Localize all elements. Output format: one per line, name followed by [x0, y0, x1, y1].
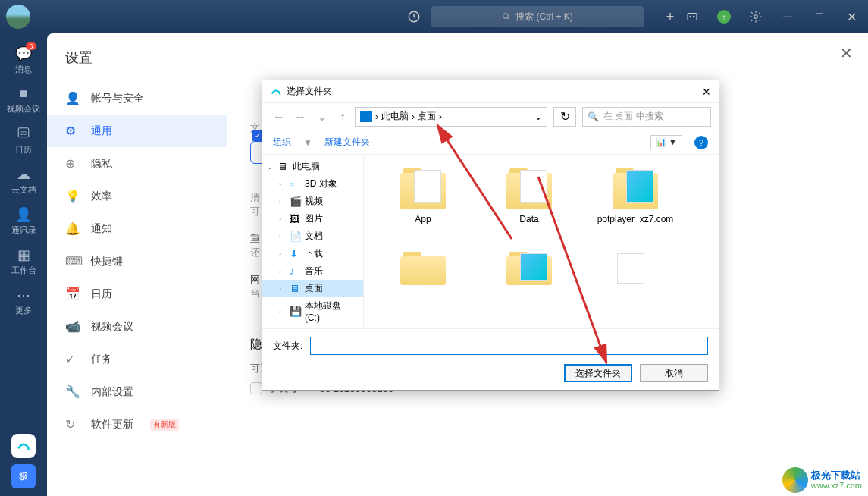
close-icon[interactable]: ✕ — [841, 6, 862, 27]
view-button[interactable]: 📊 ▼ — [650, 135, 682, 149]
nav-internal[interactable]: 🔧内部设置 — [47, 375, 227, 408]
nav-shortcut[interactable]: ⌨快捷键 — [47, 245, 227, 278]
avatar[interactable] — [6, 5, 30, 29]
dropdown-icon[interactable]: ⌄ — [312, 108, 331, 126]
maximize-icon[interactable]: □ — [809, 6, 830, 27]
nav-meeting[interactable]: 📹视频会议 — [47, 310, 227, 343]
nav-general[interactable]: ⚙通用 — [47, 115, 227, 147]
chevron-down-icon[interactable]: ⌄ — [534, 111, 542, 122]
nav-privacy[interactable]: ⊕隐私 — [47, 147, 227, 180]
folder-tree: ⌄🖥此电脑 ›▫3D 对象 ›🎬视频 ›🖼图片 ›📄文档 ›⬇下载 ›♪音乐 ›… — [262, 155, 364, 328]
refresh-icon[interactable]: ↻ — [553, 107, 576, 127]
grid-icon: ▦ — [17, 246, 30, 263]
robot-icon[interactable] — [682, 6, 703, 27]
tree-disk-c[interactable]: ›💾本地磁盘 (C:) — [262, 297, 363, 325]
rail-contacts[interactable]: 👤 通讯录 — [0, 202, 47, 240]
tree-image[interactable]: ›🖼图片 — [262, 210, 363, 228]
dialog-titlebar: 选择文件夹 ✕ — [262, 80, 719, 103]
search-input[interactable]: 搜索 (Ctrl + K) — [431, 6, 644, 27]
tree-music[interactable]: ›♪音乐 — [262, 262, 363, 280]
nav-account[interactable]: 👤帐号与安全 — [47, 82, 227, 115]
pc-icon — [360, 111, 372, 122]
gear-icon[interactable] — [745, 6, 766, 27]
dialog-close-icon[interactable]: ✕ — [702, 86, 711, 98]
app-icon-lark[interactable] — [11, 434, 36, 458]
refresh-icon: ↻ — [65, 417, 79, 432]
folder-data[interactable]: Data — [476, 162, 582, 246]
rail-workbench[interactable]: ▦ 工作台 — [0, 242, 47, 281]
dialog-nav: ← → ⌄ ↑ › 此电脑 › 桌面 › ⌄ ↻ 🔍 在 桌面 中搜索 — [262, 103, 719, 130]
forward-icon: → — [291, 108, 309, 126]
nav-notify[interactable]: 🔔通知 — [47, 212, 227, 245]
dialog-title: 选择文件夹 — [287, 85, 332, 98]
upload-icon[interactable]: ↑ — [713, 6, 735, 27]
breadcrumb[interactable]: › 此电脑 › 桌面 › ⌄ — [355, 107, 547, 127]
search-placeholder: 搜索 (Ctrl + K) — [515, 11, 573, 24]
tree-3d[interactable]: ›▫3D 对象 — [262, 175, 363, 193]
dialog-search[interactable]: 🔍 在 桌面 中搜索 — [582, 107, 711, 127]
cloud-icon: ☁ — [17, 166, 30, 183]
app-icon-ji[interactable]: 极 — [11, 464, 36, 488]
nav-calendar[interactable]: 📅日历 — [47, 278, 227, 310]
checkbox[interactable] — [250, 382, 262, 394]
dialog-footer: 文件夹: 选择文件夹 取消 — [262, 328, 719, 390]
rail-label: 视频会议 — [7, 103, 40, 115]
folder-input[interactable] — [310, 337, 708, 355]
folder-item[interactable] — [582, 246, 688, 328]
rail-calendar[interactable]: 20 日历 — [0, 121, 47, 160]
folder-item[interactable] — [370, 246, 476, 328]
settings-nav: 设置 👤帐号与安全 ⚙通用 ⊕隐私 💡效率 🔔通知 ⌨快捷键 📅日历 📹视频会议… — [47, 33, 227, 496]
folder-app[interactable]: App — [370, 162, 476, 246]
back-icon[interactable]: ← — [270, 108, 288, 126]
organize-button[interactable]: 组织 — [273, 136, 291, 149]
cancel-button[interactable]: 取消 — [640, 364, 708, 382]
left-rail: 💬 消息 6 ■ 视频会议 20 日历 ☁ 云文档 👤 通讯录 ▦ 工作台 ⋯ … — [0, 33, 47, 496]
app-icon — [270, 86, 282, 98]
nav-update[interactable]: ↻软件更新有新版 — [47, 408, 227, 441]
tree-video[interactable]: ›🎬视频 — [262, 193, 363, 210]
rail-docs[interactable]: ☁ 云文档 — [0, 162, 47, 200]
select-folder-button[interactable]: 选择文件夹 — [564, 364, 632, 382]
rail-video[interactable]: ■ 视频会议 — [0, 81, 47, 119]
tree-pc[interactable]: ⌄🖥此电脑 — [262, 158, 363, 175]
dialog-toolbar: 组织 ▼ 新建文件夹 📊 ▼ ? — [262, 130, 719, 155]
watermark-title: 极光下载站 — [811, 470, 862, 481]
rail-label: 云文档 — [11, 184, 36, 196]
rail-label: 更多 — [15, 305, 32, 316]
gear-icon: ⚙ — [65, 124, 79, 138]
svg-point-4 — [694, 16, 695, 17]
tree-desktop[interactable]: ›🖥桌面 — [262, 280, 363, 297]
up-icon[interactable]: ↑ — [334, 108, 352, 126]
nav-efficiency[interactable]: 💡效率 — [47, 180, 227, 212]
minimize-icon[interactable]: ─ — [777, 6, 798, 27]
contacts-icon: 👤 — [15, 206, 32, 223]
svg-point-1 — [503, 14, 509, 19]
user-icon: 👤 — [65, 91, 79, 105]
history-icon[interactable] — [403, 5, 425, 28]
folder-item[interactable] — [476, 246, 582, 328]
close-settings-icon[interactable]: ✕ — [840, 44, 853, 62]
tree-doc[interactable]: ›📄文档 — [262, 228, 363, 245]
rail-label: 通讯录 — [11, 224, 36, 236]
bell-icon: 🔔 — [65, 221, 79, 236]
shield-icon: ⊕ — [65, 156, 79, 171]
help-icon[interactable]: ? — [694, 136, 708, 149]
svg-rect-2 — [688, 14, 697, 20]
tree-download[interactable]: ›⬇下载 — [262, 245, 363, 262]
svg-text:20: 20 — [20, 130, 27, 136]
nav-tasks[interactable]: ✓任务 — [47, 343, 227, 375]
rail-messages[interactable]: 💬 消息 6 — [0, 41, 47, 80]
rail-more[interactable]: ⋯ 更多 — [0, 282, 47, 321]
more-icon: ⋯ — [17, 287, 30, 303]
folder-potplayer[interactable]: potplayer_xz7.com — [582, 162, 688, 246]
watermark-url: www.xz7.com — [811, 481, 862, 490]
check-icon: ✓ — [65, 352, 79, 366]
folder-label: 文件夹: — [273, 340, 302, 353]
keyboard-icon: ⌨ — [65, 254, 79, 268]
svg-point-3 — [690, 16, 691, 17]
plus-icon[interactable]: + — [659, 5, 682, 28]
bulb-icon: 💡 — [65, 189, 79, 203]
titlebar: 搜索 (Ctrl + K) + ↑ ─ □ ✕ — [0, 0, 868, 33]
new-folder-button[interactable]: 新建文件夹 — [324, 136, 370, 149]
wrench-icon: 🔧 — [65, 385, 79, 399]
